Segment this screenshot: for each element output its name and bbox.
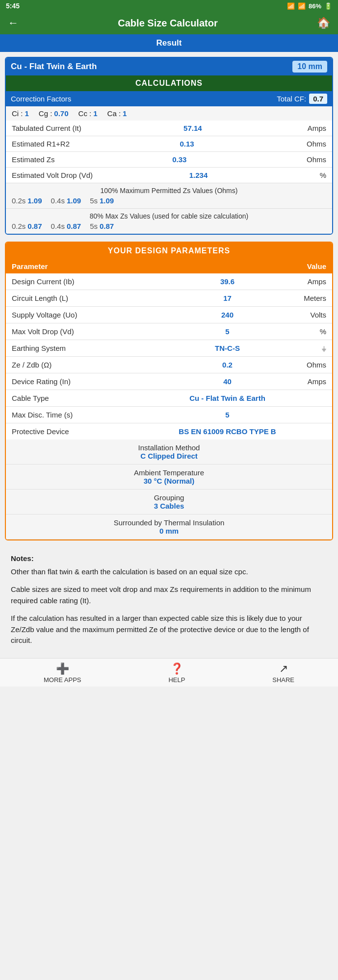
notes-section: Notes: Other than flat twin & earth the … <box>5 547 333 646</box>
status-bar: 5:45 📶 📶 86% 🔋 <box>0 0 338 12</box>
design-parameters-card: YOUR DESIGN PARAMETERS Parameter Value D… <box>5 242 333 540</box>
design-full-row: Grouping 3 Cables <box>6 490 332 514</box>
cable-size-label: 10 mm <box>292 61 327 73</box>
design-row: Design Current (Ib) 39.6 Amps <box>6 273 332 290</box>
design-row: Protective Device BS EN 61009 RCBO TYPE … <box>6 423 332 440</box>
zs-100-section: 100% Maximum Permitted Zs Values (Ohms) … <box>6 183 332 208</box>
calc-data-row: Estimated Zs 0.33 Ohms <box>6 152 332 168</box>
calc-data-row: Estimated Volt Drop (Vd) 1.234 % <box>6 168 332 183</box>
calculations-card: Cu - Flat Twin & Earth 10 mm CALCULATION… <box>5 57 333 235</box>
zs-100-title: 100% Maximum Permitted Zs Values (Ohms) <box>12 187 326 195</box>
design-row: Cable Type Cu - Flat Twin & Earth <box>6 390 332 407</box>
ca-value: 1 <box>123 109 127 118</box>
total-cf-value: 0.7 <box>309 94 327 104</box>
calc-data-row: Tabulated Current (It) 57.14 Amps <box>6 121 332 136</box>
home-button[interactable]: 🏠 <box>317 17 330 29</box>
design-full-row: Installation Method C Clipped Direct <box>6 440 332 465</box>
zs-80-title: 80% Max Zs Values (used for cable size c… <box>12 212 326 220</box>
battery-text: 86% <box>309 2 321 10</box>
design-row: Supply Voltage (Uo) 240 Volts <box>6 307 332 323</box>
cg-value: 0.70 <box>54 109 68 118</box>
notes-paragraph: If the calculation has resulted in a lar… <box>11 613 327 646</box>
design-row: Ze / Zdb (Ω) 0.2 Ohms <box>6 357 332 373</box>
result-bar: Result <box>0 34 338 52</box>
status-right: 📶 📶 86% 🔋 <box>287 2 332 10</box>
design-full-rows: Installation Method C Clipped Direct Amb… <box>6 440 332 539</box>
cf-values-row: Ci : 1 Cg : 0.70 Cc : 1 Ca : 1 <box>6 106 332 121</box>
design-row: Device Rating (In) 40 Amps <box>6 373 332 390</box>
design-col-headers: Parameter Value <box>6 259 332 273</box>
notes-paragraph: Cable sizes are sized to meet volt drop … <box>11 584 327 606</box>
calc-data-row: Estimated R1+R2 0.13 Ohms <box>6 136 332 152</box>
design-full-row: Surrounded by Thermal Insulation 0 mm <box>6 514 332 539</box>
signal-icon: 📶 <box>298 2 306 10</box>
col-value: Value <box>169 259 333 273</box>
back-button[interactable]: ← <box>8 17 19 29</box>
help-button[interactable]: ❓ HELP <box>168 662 185 684</box>
cc-value: 1 <box>93 109 97 118</box>
design-full-row: Ambient Temperature 30 °C (Normal) <box>6 465 332 490</box>
share-button[interactable]: ↗ SHARE <box>272 662 294 684</box>
calculations-title: CALCULATIONS <box>6 75 332 91</box>
design-title: YOUR DESIGN PARAMETERS <box>6 243 332 259</box>
status-time: 5:45 <box>6 2 20 10</box>
calc-rows: Tabulated Current (It) 57.14 Amps Estima… <box>6 121 332 183</box>
more-apps-icon: ➕ <box>56 662 69 675</box>
notes-title: Notes: <box>11 553 327 564</box>
calc-header: Cu - Flat Twin & Earth 10 mm <box>6 58 332 75</box>
main-content: Cu - Flat Twin & Earth 10 mm CALCULATION… <box>0 52 338 658</box>
header-title: Cable Size Calculator <box>19 18 317 29</box>
wifi-icon: 📶 <box>287 2 295 10</box>
cable-type-label: Cu - Flat Twin & Earth <box>11 62 97 72</box>
help-label: HELP <box>168 676 185 684</box>
header: ← Cable Size Calculator 🏠 <box>0 12 338 34</box>
design-row: Circuit Length (L) 17 Meters <box>6 290 332 307</box>
share-icon: ↗ <box>279 662 288 675</box>
design-row: Earthing System TN-C-S ⏚ <box>6 340 332 357</box>
notes-paragraph: Other than flat twin & earth the calcula… <box>11 566 327 578</box>
battery-icon: 🔋 <box>324 2 332 10</box>
design-row: Max Disc. Time (s) 5 <box>6 407 332 423</box>
ci-value: 1 <box>25 109 29 118</box>
design-row: Max Volt Drop (Vd) 5 % <box>6 323 332 340</box>
help-icon: ❓ <box>170 662 183 675</box>
total-cf-label: Total CF: <box>277 95 306 103</box>
more-apps-label: MORE APPS <box>44 676 81 684</box>
share-label: SHARE <box>272 676 294 684</box>
cf-header-label: Correction Factors <box>11 95 71 103</box>
more-apps-button[interactable]: ➕ MORE APPS <box>44 662 81 684</box>
correction-factors-header: Correction Factors Total CF: 0.7 <box>6 91 332 106</box>
design-rows: Design Current (Ib) 39.6 Amps Circuit Le… <box>6 273 332 440</box>
bottom-nav: ➕ MORE APPS ❓ HELP ↗ SHARE <box>0 658 338 686</box>
zs-80-section: 80% Max Zs Values (used for cable size c… <box>6 208 332 234</box>
col-param: Parameter <box>6 259 169 273</box>
